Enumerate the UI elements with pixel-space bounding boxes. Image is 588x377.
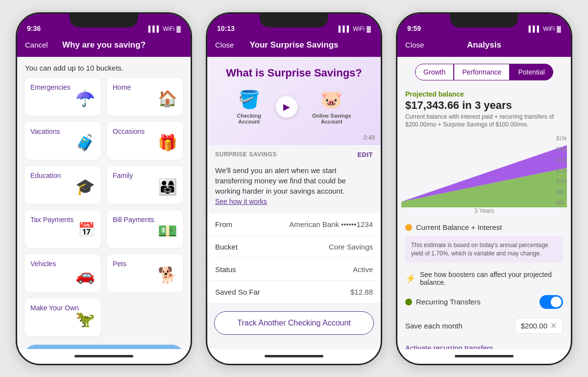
track-button[interactable]: Track Another Checking Account xyxy=(214,311,374,335)
header-title-3: Analysis xyxy=(435,40,534,50)
close-button-2[interactable]: Close xyxy=(215,41,245,49)
analysis-tabs: Growth Performance Potential xyxy=(397,57,571,85)
bucket-occasions-label: Occasions xyxy=(113,127,145,135)
estimate-box: This estimate is based on today's annual… xyxy=(405,236,563,263)
section-label-text: SURPRISE SAVINGS xyxy=(215,151,277,158)
edit-button[interactable]: EDIT xyxy=(357,151,373,158)
status-time-1: 9:36 xyxy=(27,25,41,32)
recurring-transfers-row: Recurring Transfers xyxy=(397,290,571,314)
phone2-content: What is Surprise Savings? 🪣 CheckingAcco… xyxy=(207,57,381,349)
booster-text: See how boosters can affect your project… xyxy=(420,271,563,286)
bucket-home[interactable]: Home 🏠 xyxy=(106,77,184,116)
battery-icon-3: ▓ xyxy=(557,25,561,32)
chart-y-labels: $18k $16k $14k $12k $10k $8k $6k xyxy=(556,134,567,207)
description-text: We'll send you an alert when we start tr… xyxy=(207,160,381,210)
row-bucket: Bucket Core Savings xyxy=(207,236,381,258)
bucket-placeholder xyxy=(106,298,184,337)
phone3-content: Growth Performance Potential Projected b… xyxy=(397,57,571,349)
phone-notch-1 xyxy=(70,14,138,27)
divider-2 xyxy=(207,209,381,213)
bucket-family-icon: 👨‍👩‍👧 xyxy=(158,177,177,196)
see-how-link[interactable]: See how it works xyxy=(215,198,267,205)
bucket-vehicles-icon: 🚗 xyxy=(75,266,95,284)
bucket-emergencies-icon: ☂️ xyxy=(75,89,95,108)
header-title-2: Your Surprise Savings xyxy=(245,40,343,50)
video-icons: 🪣 CheckingAccount ▶ 🐷 Online SavingsAcco… xyxy=(237,89,351,125)
bucket-vacations[interactable]: Vacations 🧳 xyxy=(24,121,101,160)
recurring-dot xyxy=(405,299,412,305)
projected-section: Projected balance $17,343.66 in 3 years … xyxy=(397,85,571,134)
bucket-myo-icon: 🦖 xyxy=(75,310,95,328)
phone-notch-2 xyxy=(260,14,328,27)
bucket-bill-payments[interactable]: Bill Payments 💵 xyxy=(106,209,184,249)
bucket-emergencies[interactable]: Emergencies ☂️ xyxy=(24,77,101,116)
header-3: Close Analysis xyxy=(397,35,571,57)
bucket-tax-label: Tax Payments xyxy=(30,216,74,224)
bucket-family-label: Family xyxy=(113,172,133,179)
bucket-myo-label: Make Your Own xyxy=(30,304,79,312)
bucket-bill-icon: 💵 xyxy=(158,222,177,240)
done-button[interactable]: Done xyxy=(24,345,184,349)
wifi-icon: WiFi xyxy=(163,25,174,32)
phone-notch-3 xyxy=(450,14,518,27)
balance-legend-text: Current Balance + Interest xyxy=(416,223,502,231)
chart-svg xyxy=(401,134,567,207)
projected-amount: $17,343.66 in 3 years xyxy=(405,99,563,112)
wifi-icon-3: WiFi xyxy=(543,25,555,32)
cancel-button[interactable]: Cancel xyxy=(25,41,54,49)
checking-label: CheckingAccount xyxy=(237,113,262,125)
bucket-education-icon: 🎓 xyxy=(75,177,95,196)
phone1-content: You can add up to 10 buckets. Emergencie… xyxy=(17,57,191,349)
phone-2: 10:13 ▌▌▌ WiFi ▓ Close Your Surprise Sav… xyxy=(206,12,382,365)
analysis-chart: $18k $16k $14k $12k $10k $8k $6k xyxy=(397,134,571,207)
checking-account-group: 🪣 CheckingAccount xyxy=(237,89,262,125)
video-timer: 0:49 xyxy=(364,134,375,141)
row-saved: Saved So Far $12.88 xyxy=(207,281,381,303)
home-bar-line-1 xyxy=(74,355,133,357)
surprise-savings-section: SURPRISE SAVINGS EDIT xyxy=(207,145,381,160)
signal-icon-2: ▌▌▌ xyxy=(339,25,351,32)
bucket-pets-icon: 🐕 xyxy=(158,266,177,284)
clear-amount-button[interactable]: ✕ xyxy=(550,321,557,330)
row-status: Status Active xyxy=(207,258,381,281)
wifi-icon-2: WiFi xyxy=(353,25,365,32)
tab-growth[interactable]: Growth xyxy=(415,64,454,80)
header-2: Close Your Surprise Savings xyxy=(207,35,381,57)
tab-performance[interactable]: Performance xyxy=(454,64,510,80)
status-time-3: 9:59 xyxy=(407,25,421,32)
save-amount-field[interactable]: $200.00 ✕ xyxy=(514,318,563,334)
bucket-value: Core Savings xyxy=(329,243,373,251)
header-title-1: Why are you saving? xyxy=(54,40,153,50)
projected-label: Projected balance xyxy=(405,90,563,98)
bucket-vacations-icon: 🧳 xyxy=(75,133,95,152)
bucket-tax-payments[interactable]: Tax Payments 📅 xyxy=(24,209,101,249)
phone-1: 9:36 ▌▌▌ WiFi ▓ Cancel Why are you savin… xyxy=(16,12,192,365)
bucket-pets[interactable]: Pets 🐕 xyxy=(106,253,184,293)
checking-icon: 🪣 xyxy=(238,89,260,110)
bucket-vacations-label: Vacations xyxy=(30,127,60,135)
signal-icon: ▌▌▌ xyxy=(148,25,161,32)
recurring-toggle[interactable] xyxy=(539,295,563,309)
bucket-make-your-own[interactable]: Make Your Own 🦖 xyxy=(24,298,101,337)
savings-icon: 🐷 xyxy=(320,89,343,110)
projected-sub: Current balance with interest paid + rec… xyxy=(405,113,563,129)
home-bar-1 xyxy=(17,349,191,364)
tab-potential[interactable]: Potential xyxy=(510,64,553,80)
bucket-occasions[interactable]: Occasions 🎁 xyxy=(106,121,184,160)
bucket-vehicles[interactable]: Vehicles 🚗 xyxy=(24,253,101,293)
save-label: Save each month xyxy=(405,322,514,330)
bucket-label: Bucket xyxy=(215,243,238,251)
status-label: Status xyxy=(215,265,236,274)
saved-value: $12.88 xyxy=(350,288,373,296)
row-from: From American Bank ••••••1234 xyxy=(207,213,381,236)
close-button-3[interactable]: Close xyxy=(405,41,435,49)
savings-account-group: 🐷 Online SavingsAccount xyxy=(312,89,351,125)
chart-x-label: 3 Years xyxy=(397,207,571,218)
buckets-grid: Emergencies ☂️ Home 🏠 Vacations 🧳 Occasi… xyxy=(17,77,191,337)
status-time-2: 10:13 xyxy=(217,25,235,32)
bucket-family[interactable]: Family 👨‍👩‍👧 xyxy=(106,165,184,204)
play-button[interactable]: ▶ xyxy=(276,96,297,118)
bucket-education[interactable]: Education 🎓 xyxy=(24,165,101,204)
bucket-occasions-icon: 🎁 xyxy=(158,133,177,152)
activate-link[interactable]: Activate recurring transfers xyxy=(397,338,571,349)
